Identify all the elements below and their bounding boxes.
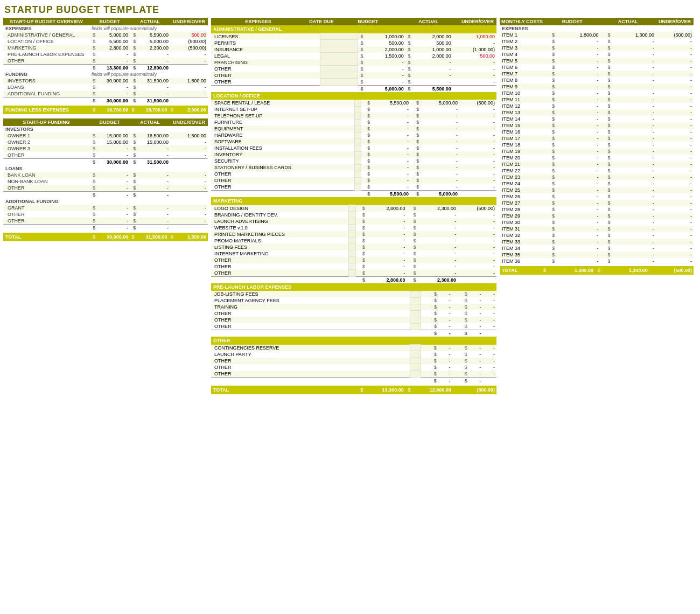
exp-row: LAUNCH PARTY$-$--: [211, 351, 496, 358]
sf-uo-header: UNDER/OVER: [170, 118, 208, 126]
mc-item-row: ITEM 24$-$--: [500, 180, 694, 187]
mc-item-row: ITEM 26$-$--: [500, 193, 694, 200]
exp-row: OTHER$-$--: [211, 310, 496, 317]
mc-item-row: ITEM 17$-$--: [500, 135, 694, 142]
exp-row: TRAINING$-$--: [211, 304, 496, 310]
exp-row: OTHER$-$--: [211, 177, 496, 184]
funding-label: FUNDING: [3, 71, 89, 78]
exp-row: INTERNET MARKETING$-$--: [211, 250, 496, 257]
mc-item-row: ITEM 33$-$--: [500, 239, 694, 245]
mc-item-row: ITEM 9$-$--: [500, 83, 694, 90]
sf-investor-row: OWNER 1 $15,000.00 $16,500.00 1,500.00: [3, 132, 208, 139]
date-due-header: DATE DUE: [305, 18, 338, 25]
exp-row: LAUNCH ADVERTISING$-$--: [211, 218, 496, 225]
overview-funding-row: INVESTORS $30,000.00 $31,500.00 1,500.00: [3, 78, 208, 84]
marketing-section: MARKETING LOGO DESIGN$2,800.00$2,300.00(…: [211, 197, 496, 283]
mc-item-row: ITEM 35$-$--: [500, 252, 694, 258]
mc-item-row: ITEM 30$-$--: [500, 219, 694, 226]
exp-row: INSTALLATION FEES$-$--: [211, 145, 496, 151]
mc-item-row: ITEM 16$-$--: [500, 129, 694, 135]
exp-row: STATIONERY / BUSINESS CARDS$-$--: [211, 164, 496, 171]
panel-overview: START-UP BUDGET OVERVIEW BUDGET ACTUAL U…: [3, 18, 208, 243]
sf-investor-row: OTHER $- $- -: [3, 152, 208, 159]
uo-col-header: UNDER/OVER: [170, 18, 208, 25]
sf-additional-row: OTHER $- $- -: [3, 211, 208, 218]
overview-expense-row: ADMINISTRATIVE / GENERAL $5,000.00 $5,50…: [3, 32, 208, 38]
expenses-note: fields will populate automatically: [89, 25, 208, 32]
exp-row: LISTING FEES$-$--: [211, 244, 496, 250]
exp-row: HARDWARE$-$--: [211, 132, 496, 138]
sf-investor-row: OWNER 3 $- $- -: [3, 145, 208, 152]
monthly-costs-header: MONTHLY COSTS: [500, 18, 544, 25]
location-office-section: LOCATION / OFFICE SPACE RENTAL / LEASE$5…: [211, 92, 496, 198]
exp-row: INVENTORY$-$--: [211, 151, 496, 158]
exp-row: OTHER$-$--: [211, 371, 496, 378]
loans-label: LOANS: [3, 165, 208, 172]
mc-item-row: ITEM 18$-$--: [500, 142, 694, 148]
exp-row: PERMITS $500.00 $500.00 -: [211, 40, 496, 46]
exp-row: LICENSES $1,000.00 $2,000.00 1,000.00: [211, 33, 496, 40]
mc-item-row: ITEM 14$-$--: [500, 116, 694, 122]
overview-expense-row: PRE-LAUNCH LABOR EXPENSES $- $- -: [3, 51, 208, 58]
overview-header: START-UP BUDGET OVERVIEW: [3, 18, 89, 25]
mc-item-row: ITEM 25$-$--: [500, 187, 694, 193]
sf-additional-row: GRANT $- $- -: [3, 205, 208, 211]
exp-uo-header: UNDER/OVER: [459, 18, 496, 25]
panel-monthly-costs: MONTHLY COSTS BUDGET ACTUAL UNDER/OVER E…: [500, 18, 694, 275]
mc-item-row: ITEM 32$-$--: [500, 232, 694, 239]
page-title: STARTUP BUDGET TEMPLATE: [0, 0, 700, 18]
mc-item-row: ITEM 1 $1,800.00 $1,300.00 (500.00): [500, 32, 694, 38]
exp-row: SPACE RENTAL / LEASE$5,500.00$5,000.00(5…: [211, 100, 496, 106]
exp-row: OTHER$-$--: [211, 364, 496, 371]
location-total-row: $5,500.00 $5,000.00: [211, 191, 496, 198]
exp-row: PRINTED MARKETING PIECES$-$--: [211, 231, 496, 238]
location-header: LOCATION / OFFICE: [211, 92, 496, 100]
sf-actual-header: ACTUAL: [130, 118, 170, 126]
mc-item-row: ITEM 15$-$--: [500, 122, 694, 129]
funding-less-row: FUNDING LESS EXPENSES $ 16,700.00 $ 18,7…: [3, 106, 208, 114]
expenses-grand-total: TOTAL $ 13,300.00 $ 12,800.00 (500.00): [211, 386, 496, 394]
mc-item-row: ITEM 29$-$--: [500, 213, 694, 219]
mc-item-row: ITEM 20$-$--: [500, 155, 694, 161]
exp-row: OTHER$-$--: [211, 257, 496, 263]
exp-row: SECURITY$-$--: [211, 158, 496, 164]
sf-budget-header: BUDGET: [89, 118, 130, 126]
exp-row: OTHER$-$--: [211, 358, 496, 364]
other-total-row: $- $-: [211, 377, 496, 384]
mc-item-row: ITEM 8$-$--: [500, 77, 694, 83]
exp-row: TELEPHONE SET-UP$-$--: [211, 113, 496, 119]
exp-row: PROMO MATERIALS$-$--: [211, 238, 496, 244]
exp-row: CONTINGENCIES RESERVE$-$--: [211, 345, 496, 351]
mc-item-row: ITEM 2$-$--: [500, 38, 694, 45]
exp-row: BRANDING / IDENTITY DEV.$-$--: [211, 212, 496, 218]
mc-item-row: ITEM 4$-$--: [500, 51, 694, 58]
marketing-header: MARKETING: [211, 197, 496, 205]
mc-item-row: ITEM 11$-$--: [500, 96, 694, 103]
exp-row: JOB-LISTING FEES$-$--: [211, 291, 496, 297]
exp-row: OTHER$-$--: [211, 171, 496, 177]
pre-launch-header: PRE-LAUNCH LABOR EXPENSES: [211, 283, 496, 291]
mc-item-row: ITEM 7$-$--: [500, 71, 694, 77]
investors-label: INVESTORS: [3, 126, 208, 132]
exp-row: FRANCHISING $- $- -: [211, 59, 496, 66]
exp-row: SOFTWARE$-$--: [211, 138, 496, 145]
mc-item-row: ITEM 6$-$--: [500, 64, 694, 71]
exp-row: OTHER$-$--: [211, 263, 496, 270]
exp-row: EQUIPMENT$-$--: [211, 125, 496, 132]
admin-total-row: $5,000.00 $5,500.00: [211, 85, 496, 92]
mc-item-row: ITEM 27$-$--: [500, 200, 694, 206]
mc-item-row: ITEM 10$-$--: [500, 90, 694, 96]
sf-loan-row: NON-BANK LOAN $- $- -: [3, 178, 208, 185]
mc-item-row: ITEM 34$-$--: [500, 245, 694, 252]
overview-funding-row: ADDITIONAL FUNDING $- $- -: [3, 90, 208, 97]
mc-item-row: ITEM 22$-$--: [500, 168, 694, 174]
mc-actual-header: ACTUAL: [600, 18, 656, 25]
overview-funding-total: $30,000.00 $31,500.00: [3, 97, 208, 104]
overview-expense-total: $13,300.00 $12,800.00: [3, 65, 208, 72]
other-section: OTHER CONTINGENCIES RESERVE$-$-- LAUNCH …: [211, 337, 496, 384]
exp-row: OTHER $- $- -: [211, 72, 496, 79]
exp-row: PLACEMENT AGENCY FEES$-$--: [211, 297, 496, 304]
sf-investors-total: $30,000.00 $31,500.00: [3, 159, 208, 166]
exp-row: WEBSITE v.1.0$-$--: [211, 225, 496, 231]
expenses-main-header: EXPENSES: [211, 18, 305, 25]
